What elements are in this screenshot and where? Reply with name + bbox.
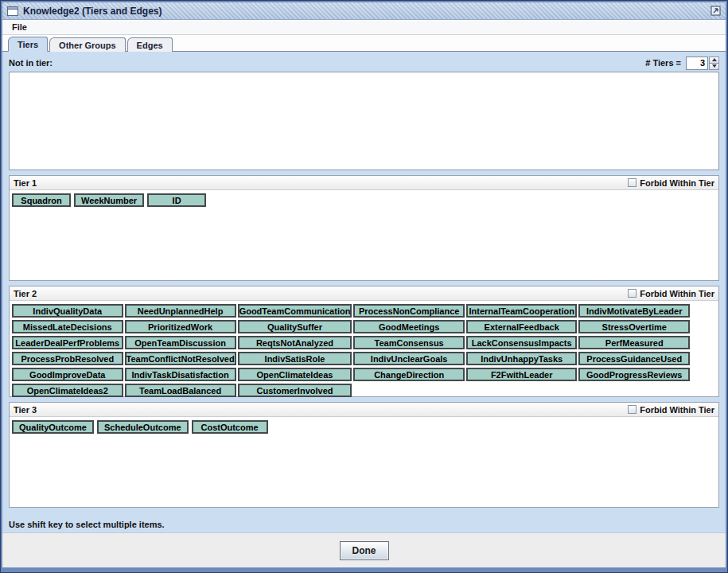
tier-item[interactable]: IndivUnhappyTasks: [466, 352, 578, 365]
tier-item[interactable]: WeekNumber: [74, 193, 144, 207]
tier-3-forbid-group: Forbid Within Tier: [628, 405, 714, 415]
maximize-icon[interactable]: [710, 6, 721, 16]
forbid-within-tier-checkbox[interactable]: [628, 178, 637, 187]
menu-file[interactable]: File: [9, 21, 30, 33]
tier-item[interactable]: OpenTeamDiscussion: [125, 336, 236, 349]
tier-item[interactable]: ExternalFeedback: [466, 320, 578, 333]
title-bar[interactable]: Knowledge2 (Tiers and Edges): [2, 2, 726, 20]
tier-item[interactable]: TeamConflictNotResolved: [125, 352, 236, 365]
forbid-within-tier-label: Forbid Within Tier: [640, 178, 714, 188]
tier-item[interactable]: ProcessProbResolved: [12, 352, 123, 365]
tier-item[interactable]: IndivTaskDisatisfaction: [125, 368, 236, 381]
tier-item[interactable]: TeamConsensus: [353, 336, 465, 349]
forbid-within-tier-label: Forbid Within Tier: [640, 405, 714, 415]
tier-1-list[interactable]: SquadronWeekNumberID: [10, 190, 718, 280]
tier-2-items: IndivQualityDataNeedUnplannedHelpGoodTea…: [12, 304, 690, 397]
application-window: Knowledge2 (Tiers and Edges) File Tiers …: [0, 0, 728, 573]
tiers-count-input[interactable]: [686, 57, 708, 70]
forbid-within-tier-checkbox[interactable]: [628, 289, 637, 298]
tier-1-panel: Tier 1 Forbid Within Tier SquadronWeekNu…: [9, 175, 719, 281]
tab-other-groups[interactable]: Other Groups: [49, 37, 126, 52]
tier-2-title: Tier 2: [14, 289, 37, 298]
tier-1-items: SquadronWeekNumberID: [12, 193, 716, 207]
menu-bar: File: [2, 20, 726, 35]
tier-item[interactable]: F2FwithLeader: [466, 368, 578, 381]
forbid-within-tier-label: Forbid Within Tier: [640, 289, 714, 298]
tier-item[interactable]: Squadron: [12, 193, 71, 207]
tier-item[interactable]: IndivMotivateByLeader: [578, 304, 690, 318]
tab-tiers[interactable]: Tiers: [8, 37, 48, 52]
tier-item[interactable]: ChangeDirection: [353, 368, 465, 381]
tier-item[interactable]: IndivUnclearGoals: [353, 352, 465, 365]
tiers-count-spinner: [686, 57, 719, 70]
footer-bar: Done: [2, 532, 726, 567]
tier-item[interactable]: LackConsensusImpacts: [466, 336, 578, 349]
tier-item[interactable]: NeedUnplannedHelp: [125, 304, 236, 318]
tier-item[interactable]: ScheduleOutcome: [97, 420, 189, 434]
tier-3-panel: Tier 3 Forbid Within Tier QualityOutcome…: [9, 402, 719, 508]
done-button[interactable]: Done: [340, 541, 389, 560]
tier-1-forbid-group: Forbid Within Tier: [628, 178, 714, 188]
tier-item[interactable]: GoodProgressReviews: [578, 368, 690, 381]
status-text: Use shift key to select multiple items.: [9, 520, 165, 529]
tier-item[interactable]: ID: [147, 193, 206, 207]
window-title: Knowledge2 (Tiers and Edges): [23, 6, 706, 17]
tier-item[interactable]: QualityOutcome: [12, 420, 94, 434]
forbid-within-tier-checkbox[interactable]: [628, 405, 637, 414]
tier-item[interactable]: GoodTeamCommunication: [238, 304, 352, 318]
tier-item[interactable]: GoodImproveData: [12, 368, 123, 381]
tier-item[interactable]: OpenClimateIdeas2: [12, 384, 123, 397]
tier-3-list[interactable]: QualityOutcomeScheduleOutcomeCostOutcome: [10, 417, 718, 507]
spinner-down-button[interactable]: [709, 64, 719, 70]
spinner-up-button[interactable]: [709, 57, 719, 64]
tier-3-items: QualityOutcomeScheduleOutcomeCostOutcome: [12, 420, 716, 434]
tier-item[interactable]: OpenClimateIdeas: [238, 368, 352, 381]
tier-1-header: Tier 1 Forbid Within Tier: [10, 176, 718, 190]
tier-3-header: Tier 3 Forbid Within Tier: [10, 403, 718, 417]
tier-item[interactable]: ProcessGuidanceUsed: [578, 352, 690, 365]
tier-item[interactable]: InternalTeamCooperation: [466, 304, 578, 318]
tier-item[interactable]: LeaderDealPerfProblems: [12, 336, 123, 349]
status-bar: Use shift key to select multiple items.: [9, 516, 719, 532]
tiers-panel: Not in tier: # Tiers = Tier 1: [2, 52, 726, 532]
tab-edges[interactable]: Edges: [127, 37, 173, 52]
tier-2-forbid-group: Forbid Within Tier: [628, 289, 714, 298]
tier-item[interactable]: ReqtsNotAnalyzed: [238, 336, 352, 349]
tier-2-panel: Tier 2 Forbid Within Tier IndivQualityDa…: [9, 286, 719, 397]
tier-2-list[interactable]: IndivQualityDataNeedUnplannedHelpGoodTea…: [10, 301, 718, 396]
tier-item[interactable]: TeamLoadBalanced: [125, 384, 236, 397]
down-arrow-icon: [712, 64, 717, 68]
tier-item[interactable]: QualitySuffer: [238, 320, 352, 333]
tier-item[interactable]: IndivQualityData: [12, 304, 123, 318]
tier-item[interactable]: CostOutcome: [192, 420, 268, 434]
window-frame: Knowledge2 (Tiers and Edges) File Tiers …: [2, 2, 726, 567]
tier-item[interactable]: CustomerInvolved: [238, 384, 352, 397]
tier-2-header: Tier 2 Forbid Within Tier: [10, 286, 718, 301]
tier-item[interactable]: GoodMeetings: [353, 320, 465, 333]
tier-item[interactable]: ProcessNonCompliance: [353, 304, 465, 318]
tier-3-title: Tier 3: [14, 405, 37, 415]
tier-item[interactable]: PerfMeasured: [578, 336, 690, 349]
tier-item[interactable]: MissedLateDecisions: [12, 320, 123, 333]
not-in-tier-list[interactable]: [9, 72, 719, 170]
tier-item[interactable]: PrioritizedWork: [125, 320, 236, 333]
tiers-count-label: # Tiers =: [645, 58, 681, 68]
not-in-tier-label: Not in tier:: [9, 58, 53, 68]
up-arrow-icon: [712, 58, 717, 61]
tier-item[interactable]: IndivSatisRole: [238, 352, 352, 365]
tab-bar: Tiers Other Groups Edges: [2, 35, 726, 52]
tier-1-title: Tier 1: [14, 178, 37, 188]
window-icon: [7, 6, 18, 16]
tier-item[interactable]: StressOvertime: [578, 320, 690, 333]
not-in-tier-row: Not in tier: # Tiers =: [9, 56, 719, 70]
